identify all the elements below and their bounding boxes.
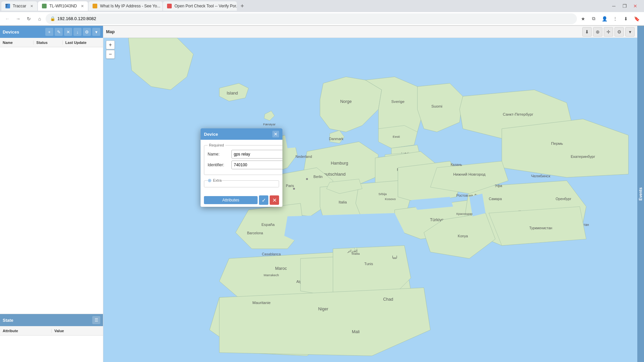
add-device-button[interactable]: + (45, 28, 53, 36)
state-section: State ☰ Attribute Value (0, 314, 103, 362)
state-col-attribute: Attribute (0, 329, 52, 333)
device-table-header: Name Status Last Update (0, 38, 103, 47)
download-icon[interactable]: ⬇ (621, 14, 631, 23)
state-list (0, 336, 103, 362)
tab-label-traccar: Traccar (13, 4, 26, 8)
address-input[interactable] (57, 16, 573, 21)
state-table-header: Attribute Value (0, 326, 103, 336)
devices-title: Devices (3, 29, 44, 35)
map-add-button[interactable]: ✛ (604, 27, 613, 37)
tab-label-router: TL-WR1043ND (49, 4, 77, 8)
events-label: Events (638, 187, 643, 200)
name-label: Name: (208, 152, 229, 157)
bookmarks-icon[interactable]: ★ (578, 14, 588, 23)
tab-label-whatismyip: What Is My IP Address - See Yo... (100, 4, 160, 8)
tab-whatismyip[interactable]: What Is My IP Address - See Yo... ✕ (89, 1, 162, 11)
window-close-button[interactable]: ✕ (631, 1, 640, 11)
back-button[interactable]: ← (3, 14, 12, 23)
security-icon: 🔒 (50, 16, 55, 21)
edit-device-button[interactable]: ✎ (55, 28, 63, 36)
window-restore-button[interactable]: ❐ (620, 1, 629, 11)
identifier-label: Identifier: (208, 163, 229, 167)
tab-favicon-router (42, 4, 47, 8)
tab-traccar[interactable]: T Traccar ✕ (1, 1, 37, 11)
device-col-update: Last Update (63, 41, 103, 45)
tab-portcheck[interactable]: Open Port Check Tool -- Verify Por... ✕ (163, 1, 237, 11)
dialog-close-button[interactable]: ✕ (272, 131, 279, 137)
extra-label: Extra (213, 178, 222, 182)
device-more-button[interactable]: ▾ (92, 28, 100, 36)
menu-icon[interactable]: ⋮ (610, 14, 620, 23)
tab-favicon-portcheck (167, 4, 172, 8)
import-device-button[interactable]: ↓ (73, 28, 82, 36)
required-legend: Required (208, 143, 225, 147)
sidebar: Devices + ✎ ✕ ↓ ⚙ ▾ Name Status Last Upd… (0, 26, 103, 362)
home-button[interactable]: ⌂ (35, 14, 44, 23)
state-col-value: Value (52, 329, 103, 333)
identifier-row: Identifier: (208, 161, 282, 169)
tab-bar: T Traccar ✕ TL-WR1043ND ✕ What Is My IP … (0, 0, 644, 12)
extensions-icon[interactable]: ⧉ (589, 14, 598, 23)
tab-close-router[interactable]: ✕ (81, 4, 84, 8)
nav-right-icons: ★ ⧉ 👤 ⋮ ⬇ 🔖 (578, 14, 641, 23)
map-container[interactable]: + − Island Færøyar (103, 38, 637, 362)
map-locate-button[interactable]: ⊕ (593, 27, 602, 37)
device-list (0, 47, 103, 314)
delete-device-button[interactable]: ✕ (64, 28, 72, 36)
extra-fieldset: ⊕ Extra (204, 178, 279, 187)
state-title: State (3, 318, 92, 323)
map-settings-button[interactable]: ⚙ (614, 27, 624, 37)
map-download-button[interactable]: ⬇ (582, 27, 592, 37)
map-toolbar: Map ⬇ ⊕ ✛ ⚙ ▾ (103, 26, 637, 38)
attributes-button[interactable]: Attributes (204, 196, 258, 204)
browser-chrome: T Traccar ✕ TL-WR1043ND ✕ What Is My IP … (0, 0, 644, 26)
extra-legend: ⊕ Extra (208, 178, 222, 183)
nav-bar: ← → ↻ ⌂ 🔒 ★ ⧉ 👤 ⋮ ⬇ 🔖 (0, 12, 644, 25)
dialog-overlay: Device ✕ Required Name: Identifier: (103, 38, 637, 362)
device-dialog: Device ✕ Required Name: Identifier: (201, 128, 282, 207)
devices-section-header: Devices + ✎ ✕ ↓ ⚙ ▾ (0, 26, 103, 38)
tab-router[interactable]: TL-WR1043ND ✕ (38, 1, 88, 11)
extra-expand-icon[interactable]: ⊕ (208, 178, 212, 183)
dialog-confirm-button[interactable]: ✓ (259, 195, 268, 205)
name-input[interactable] (231, 150, 282, 159)
name-row: Name: (208, 150, 282, 159)
tab-close-traccar[interactable]: ✕ (30, 4, 33, 8)
forward-button[interactable]: → (13, 14, 23, 23)
tab-favicon-traccar: T (5, 4, 10, 8)
address-bar[interactable]: 🔒 (46, 13, 577, 24)
dialog-body: Required Name: Identifier: (201, 140, 282, 193)
dialog-footer: Attributes ✓ ✕ (201, 193, 282, 207)
bookmark-icon[interactable]: 🔖 (632, 14, 641, 23)
tab-favicon-whatismyip (93, 4, 97, 8)
new-tab-button[interactable]: + (237, 1, 247, 11)
events-panel[interactable]: Events (637, 26, 644, 362)
device-settings-button[interactable]: ⚙ (83, 28, 91, 36)
required-fieldset: Required Name: Identifier: (204, 143, 282, 175)
device-col-status: Status (34, 41, 62, 45)
reload-button[interactable]: ↻ (24, 14, 34, 23)
dialog-header: Device ✕ (201, 128, 282, 140)
account-icon[interactable]: 👤 (600, 14, 609, 23)
map-more-button[interactable]: ▾ (625, 27, 635, 37)
state-section-header: State ☰ (0, 314, 103, 326)
dialog-cancel-button[interactable]: ✕ (270, 195, 279, 205)
map-title: Map (106, 29, 581, 34)
device-col-name: Name (0, 41, 34, 45)
identifier-input[interactable] (231, 161, 282, 169)
state-menu-button[interactable]: ☰ (92, 316, 100, 324)
window-minimize-button[interactable]: ─ (609, 1, 619, 11)
map-area: Map ⬇ ⊕ ✛ ⚙ ▾ + − Island (103, 26, 637, 362)
app-container: Devices + ✎ ✕ ↓ ⚙ ▾ Name Status Last Upd… (0, 26, 644, 362)
dialog-title: Device (204, 132, 272, 137)
tab-label-portcheck: Open Port Check Tool -- Verify Por... (174, 4, 237, 8)
